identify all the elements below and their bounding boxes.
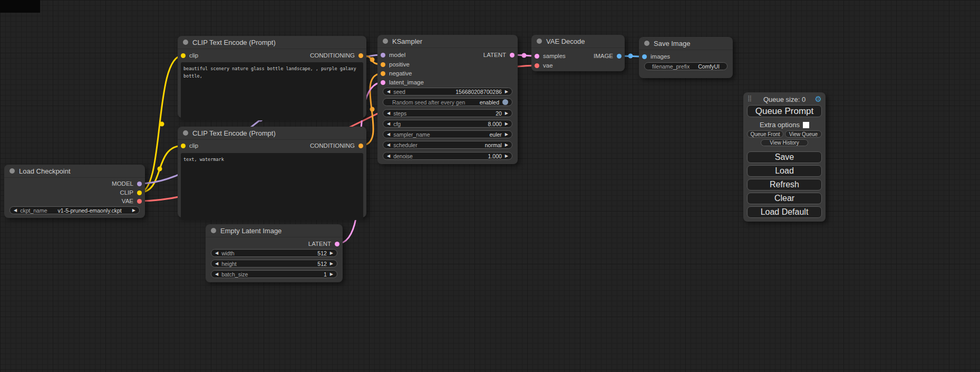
- sampler-name-widget[interactable]: ◀ sampler_name euler ▶: [383, 130, 512, 138]
- ckpt-name-widget[interactable]: ◀ ckpt_name v1-5-pruned-emaonly.ckpt ▶: [9, 206, 140, 214]
- node-title: Load Checkpoint: [19, 167, 71, 175]
- node-save-image[interactable]: Save Image images filename_prefix ComfyU…: [639, 37, 733, 78]
- latent-output-port[interactable]: [335, 242, 339, 246]
- collapse-dot-icon[interactable]: [383, 39, 388, 44]
- input-slot-clip: clip: [181, 141, 198, 150]
- latent-output-port[interactable]: [510, 53, 515, 58]
- node-vae-decode[interactable]: VAE Decode samples vae IMAGE: [531, 35, 625, 71]
- seed-widget[interactable]: ◀ seed 156680208700286 ▶: [383, 88, 512, 96]
- collapse-dot-icon[interactable]: [183, 40, 188, 45]
- widget-value: 1: [324, 271, 327, 278]
- latent-image-input-port[interactable]: [381, 80, 385, 85]
- output-slot-latent: LATENT: [308, 240, 339, 248]
- node-graph-canvas[interactable]: Load Checkpoint MODEL CLIP VAE ◀ ckpt_na…: [0, 0, 980, 372]
- node-clip-text-encode-positive[interactable]: CLIP Text Encode (Prompt) clip CONDITION…: [178, 36, 366, 118]
- node-empty-latent-image[interactable]: Empty Latent Image LATENT ◀ width 512 ▶ …: [206, 224, 343, 282]
- queue-front-button[interactable]: Queue Front: [747, 130, 783, 138]
- images-input-port[interactable]: [642, 54, 647, 59]
- right-arrow-icon[interactable]: ▶: [330, 251, 333, 255]
- height-widget[interactable]: ◀ height 512 ▶: [211, 260, 337, 268]
- random-seed-toggle[interactable]: [502, 99, 508, 105]
- collapse-dot-icon[interactable]: [644, 41, 649, 46]
- random-seed-widget[interactable]: Random seed after every gen enabled: [383, 98, 512, 106]
- node-header[interactable]: CLIP Text Encode (Prompt): [178, 36, 366, 49]
- right-arrow-icon[interactable]: ▶: [505, 132, 508, 137]
- left-arrow-icon[interactable]: ◀: [387, 90, 390, 94]
- node-header[interactable]: KSampler: [377, 35, 518, 48]
- left-arrow-icon[interactable]: ◀: [387, 111, 390, 116]
- node-header[interactable]: Load Checkpoint: [4, 165, 145, 178]
- node-title: Save Image: [654, 40, 690, 47]
- width-widget[interactable]: ◀ width 512 ▶: [211, 249, 337, 257]
- model-input-port[interactable]: [381, 53, 385, 58]
- slot-label: clip: [189, 52, 198, 59]
- load-default-button[interactable]: Load Default: [747, 206, 822, 218]
- node-clip-text-encode-negative[interactable]: CLIP Text Encode (Prompt) clip CONDITION…: [178, 127, 366, 217]
- node-load-checkpoint[interactable]: Load Checkpoint MODEL CLIP VAE ◀ ckpt_na…: [4, 165, 145, 218]
- samples-input-port[interactable]: [535, 54, 539, 59]
- node-header[interactable]: VAE Decode: [531, 35, 625, 48]
- left-arrow-icon[interactable]: ◀: [215, 251, 218, 255]
- collapse-dot-icon[interactable]: [9, 168, 15, 174]
- filename-prefix-widget[interactable]: filename_prefix ComfyUI: [644, 62, 727, 70]
- queue-prompt-button[interactable]: Queue Prompt: [747, 105, 822, 117]
- widget-label: sampler_name: [393, 131, 430, 138]
- gear-icon[interactable]: ⚙: [815, 95, 822, 103]
- right-arrow-icon[interactable]: ▶: [505, 90, 508, 94]
- positive-prompt-textarea[interactable]: beautiful scenery nature glass bottle la…: [181, 62, 363, 120]
- widget-value: 512: [317, 261, 327, 267]
- batch-size-widget[interactable]: ◀ batch_size 1 ▶: [211, 270, 337, 278]
- left-arrow-icon[interactable]: ◀: [387, 122, 390, 126]
- clear-button[interactable]: Clear: [747, 193, 822, 204]
- right-arrow-icon[interactable]: ▶: [330, 262, 333, 266]
- link-dot: [160, 122, 164, 127]
- node-header[interactable]: CLIP Text Encode (Prompt): [178, 127, 366, 140]
- conditioning-output-port[interactable]: [358, 144, 363, 148]
- left-arrow-icon[interactable]: ◀: [215, 272, 218, 276]
- vae-output-port[interactable]: [137, 199, 142, 204]
- scheduler-widget[interactable]: ◀ scheduler normal ▶: [383, 141, 512, 149]
- clip-output-port[interactable]: [137, 190, 142, 195]
- slot-label: vae: [543, 62, 553, 69]
- left-arrow-icon[interactable]: ◀: [387, 143, 390, 147]
- positive-input-port[interactable]: [381, 62, 385, 67]
- widget-value: ComfyUI: [698, 63, 720, 70]
- right-arrow-icon[interactable]: ▶: [132, 208, 135, 213]
- conditioning-output-port[interactable]: [358, 53, 363, 58]
- left-arrow-icon[interactable]: ◀: [387, 132, 390, 137]
- vae-input-port[interactable]: [535, 63, 539, 68]
- left-arrow-icon[interactable]: ◀: [387, 154, 390, 158]
- right-arrow-icon[interactable]: ▶: [330, 272, 333, 276]
- refresh-button[interactable]: Refresh: [747, 179, 822, 190]
- extra-options-label: Extra options: [760, 121, 800, 129]
- image-output-port[interactable]: [617, 54, 622, 59]
- collapse-dot-icon[interactable]: [183, 130, 188, 136]
- slot-label: model: [389, 52, 405, 58]
- steps-widget[interactable]: ◀ steps 20 ▶: [383, 109, 512, 117]
- collapse-dot-icon[interactable]: [211, 228, 216, 233]
- right-arrow-icon[interactable]: ▶: [505, 111, 508, 116]
- collapse-dot-icon[interactable]: [537, 39, 542, 44]
- load-button[interactable]: Load: [747, 165, 822, 177]
- denoise-widget[interactable]: ◀ denoise 1.000 ▶: [383, 152, 512, 160]
- right-arrow-icon[interactable]: ▶: [505, 122, 508, 126]
- clip-input-port[interactable]: [181, 144, 186, 148]
- input-slot-negative: negative: [381, 69, 412, 78]
- left-arrow-icon[interactable]: ◀: [215, 262, 218, 266]
- node-header[interactable]: Save Image: [639, 37, 733, 50]
- clip-input-port[interactable]: [181, 53, 186, 58]
- view-history-button[interactable]: View History: [761, 139, 808, 146]
- view-queue-button[interactable]: View Queue: [785, 130, 822, 138]
- negative-input-port[interactable]: [381, 71, 385, 76]
- left-arrow-icon[interactable]: ◀: [14, 208, 17, 213]
- save-button[interactable]: Save: [747, 151, 822, 163]
- output-slot-conditioning: CONDITIONING: [310, 141, 363, 150]
- negative-prompt-textarea[interactable]: text, watermark: [181, 153, 363, 220]
- right-arrow-icon[interactable]: ▶: [505, 154, 508, 158]
- model-output-port[interactable]: [137, 182, 142, 186]
- right-arrow-icon[interactable]: ▶: [505, 143, 508, 147]
- node-header[interactable]: Empty Latent Image: [206, 224, 343, 237]
- node-ksampler[interactable]: KSampler model positive negative latent_…: [377, 35, 518, 164]
- extra-options-checkbox[interactable]: [803, 122, 809, 128]
- cfg-widget[interactable]: ◀ cfg 8.000 ▶: [383, 120, 512, 128]
